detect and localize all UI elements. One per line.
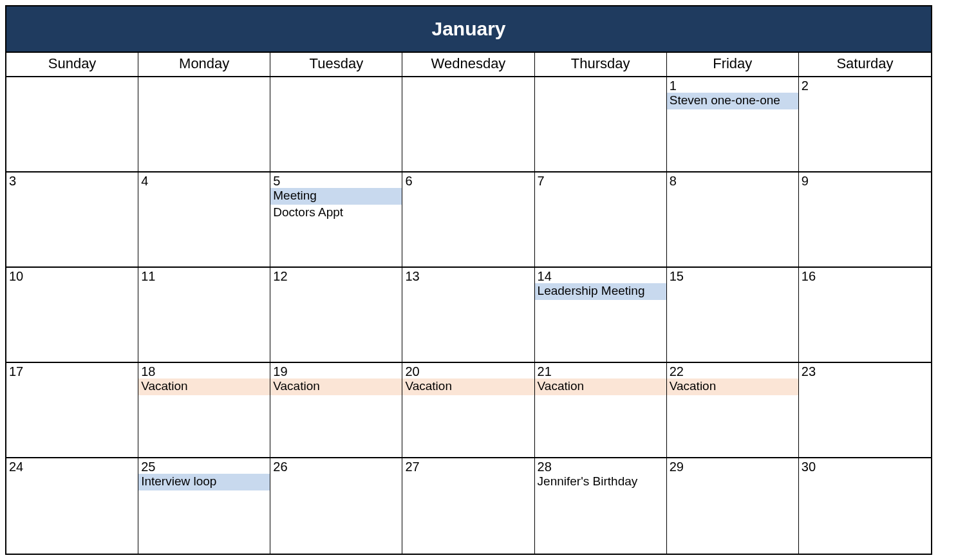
day-number: 20: [402, 363, 534, 378]
day-cell[interactable]: [270, 77, 402, 171]
day-cell[interactable]: 3: [6, 173, 138, 266]
weekday-thursday: Thursday: [535, 53, 667, 76]
day-cell[interactable]: 19Vacation: [270, 363, 402, 457]
day-number: 30: [799, 458, 931, 474]
day-cell[interactable]: [535, 77, 667, 171]
day-cell[interactable]: 9: [799, 173, 931, 266]
day-cell[interactable]: 4: [138, 173, 270, 266]
day-number: 10: [6, 268, 138, 283]
day-number: 5: [270, 173, 402, 188]
day-cell[interactable]: 27: [402, 458, 534, 554]
day-number: 28: [535, 458, 666, 474]
weekday-saturday: Saturday: [799, 53, 931, 76]
day-number: 13: [402, 268, 534, 283]
day-number: 15: [667, 268, 798, 283]
day-cell[interactable]: 25Interview loop: [138, 458, 270, 554]
day-number: 7: [535, 173, 666, 188]
day-number: 27: [402, 458, 534, 474]
day-cell[interactable]: [138, 77, 270, 171]
day-number: 11: [138, 268, 270, 283]
event-list: Jennifer's Birthday: [535, 474, 666, 490]
day-cell[interactable]: 12: [270, 268, 402, 362]
day-number: 19: [270, 363, 402, 378]
week-row: 1Steven one-one-one2: [6, 77, 931, 173]
day-number: 4: [138, 173, 270, 188]
day-cell[interactable]: 8: [667, 173, 799, 266]
week-row: 1011121314Leadership Meeting1516: [6, 268, 931, 363]
calendar-event[interactable]: Steven one-one-one: [667, 93, 798, 109]
day-cell[interactable]: 28Jennifer's Birthday: [535, 458, 667, 554]
day-cell[interactable]: 26: [270, 458, 402, 554]
day-number: 26: [270, 458, 402, 474]
day-cell[interactable]: 21Vacation: [535, 363, 667, 457]
day-number: 29: [667, 458, 798, 474]
calendar-event[interactable]: Leadership Meeting: [535, 283, 666, 300]
calendar-event[interactable]: Vacation: [270, 378, 402, 395]
calendar-event[interactable]: Vacation: [138, 378, 270, 395]
event-list: Vacation: [535, 378, 666, 395]
day-cell[interactable]: 17: [6, 363, 138, 457]
day-number: 3: [6, 173, 138, 188]
calendar-grid: 1Steven one-one-one2345MeetingDoctors Ap…: [6, 77, 931, 554]
day-cell[interactable]: 6: [402, 173, 534, 266]
day-number: 1: [667, 77, 798, 93]
event-list: Vacation: [667, 378, 798, 395]
weekday-tuesday: Tuesday: [270, 53, 402, 76]
day-number: 22: [667, 363, 798, 378]
day-cell[interactable]: [402, 77, 534, 171]
day-cell[interactable]: [6, 77, 138, 171]
day-number: 14: [535, 268, 666, 283]
day-cell[interactable]: 2: [799, 77, 931, 171]
day-number: 8: [667, 173, 798, 188]
day-cell[interactable]: 13: [402, 268, 534, 362]
day-cell[interactable]: 22Vacation: [667, 363, 799, 457]
day-number: 18: [138, 363, 270, 378]
day-cell[interactable]: 15: [667, 268, 799, 362]
day-cell[interactable]: 29: [667, 458, 799, 554]
day-cell[interactable]: 1Steven one-one-one: [667, 77, 799, 171]
weekday-wednesday: Wednesday: [402, 53, 534, 76]
calendar-event[interactable]: Vacation: [402, 378, 534, 395]
day-cell[interactable]: 11: [138, 268, 270, 362]
calendar: January Sunday Monday Tuesday Wednesday …: [5, 5, 932, 555]
day-cell[interactable]: 24: [6, 458, 138, 554]
day-cell[interactable]: 5MeetingDoctors Appt: [270, 173, 402, 266]
day-number: 24: [6, 458, 138, 474]
day-number: 23: [799, 363, 931, 378]
day-cell[interactable]: 20Vacation: [402, 363, 534, 457]
calendar-event[interactable]: Vacation: [535, 378, 666, 395]
event-list: Vacation: [402, 378, 534, 395]
day-number: 2: [799, 77, 931, 93]
day-number: 21: [535, 363, 666, 378]
weekday-sunday: Sunday: [6, 53, 138, 76]
day-cell[interactable]: 7: [535, 173, 667, 266]
day-number: 16: [799, 268, 931, 283]
calendar-event[interactable]: Vacation: [667, 378, 798, 395]
event-list: Leadership Meeting: [535, 283, 666, 300]
day-cell[interactable]: 30: [799, 458, 931, 554]
day-cell[interactable]: 23: [799, 363, 931, 457]
calendar-event[interactable]: Jennifer's Birthday: [535, 474, 666, 490]
event-list: Vacation: [270, 378, 402, 395]
weekday-monday: Monday: [138, 53, 270, 76]
week-row: 1718Vacation19Vacation20Vacation21Vacati…: [6, 363, 931, 458]
week-row: 345MeetingDoctors Appt6789: [6, 173, 931, 268]
weekday-header-row: Sunday Monday Tuesday Wednesday Thursday…: [6, 53, 931, 77]
calendar-event[interactable]: Doctors Appt: [270, 205, 402, 221]
event-list: Vacation: [138, 378, 270, 395]
day-number: 25: [138, 458, 270, 474]
day-cell[interactable]: 18Vacation: [138, 363, 270, 457]
day-cell[interactable]: 14Leadership Meeting: [535, 268, 667, 362]
calendar-event[interactable]: Meeting: [270, 188, 402, 205]
weekday-friday: Friday: [667, 53, 799, 76]
week-row: 2425Interview loop262728Jennifer's Birth…: [6, 458, 931, 554]
day-cell[interactable]: 16: [799, 268, 931, 362]
event-list: Interview loop: [138, 474, 270, 490]
day-number: 17: [6, 363, 138, 378]
day-number: 12: [270, 268, 402, 283]
calendar-event[interactable]: Interview loop: [138, 474, 270, 490]
day-cell[interactable]: 10: [6, 268, 138, 362]
event-list: Steven one-one-one: [667, 93, 798, 109]
day-number: 9: [799, 173, 931, 188]
month-title: January: [6, 6, 931, 53]
